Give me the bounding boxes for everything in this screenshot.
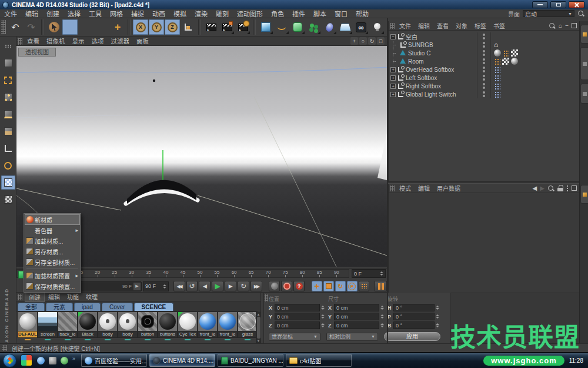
panel-grip[interactable] xyxy=(18,294,22,300)
menubar-item-15[interactable]: 窗口 xyxy=(330,9,352,18)
dots-blue-tag-icon[interactable] xyxy=(494,74,500,81)
coordinate-system-dropdown[interactable]: 世界坐标▼ xyxy=(269,333,320,341)
context-menu-item[interactable]: 保存材质预置... xyxy=(25,281,80,291)
points-mode-button[interactable] xyxy=(1,90,15,104)
uv-mode-button[interactable] xyxy=(1,193,15,207)
key-position-toggle[interactable] xyxy=(312,281,322,291)
material-tab-SCENCE[interactable]: SCENCE xyxy=(134,303,174,311)
make-editable-button[interactable] xyxy=(1,56,15,70)
panel-grip[interactable] xyxy=(390,23,395,29)
last-tool-button[interactable] xyxy=(110,19,125,35)
menubar-item-4[interactable]: 工具 xyxy=(85,9,106,18)
rotate-tool-button[interactable] xyxy=(94,19,109,35)
object-row[interactable]: +OverHead Softbox xyxy=(389,65,579,74)
floor-button[interactable] xyxy=(338,19,353,35)
range-end-field[interactable]: 90 F xyxy=(143,281,169,291)
timeline-scrubber[interactable] xyxy=(18,271,24,279)
frame-icon[interactable] xyxy=(572,185,577,191)
viewport-menu-item-4[interactable]: 过滤器 xyxy=(108,37,133,45)
material-item[interactable]: back_le xyxy=(58,311,78,340)
start-button[interactable] xyxy=(3,354,16,367)
material-thumbnail[interactable] xyxy=(18,311,38,331)
goto-start-button[interactable] xyxy=(173,281,185,291)
spinner-icon[interactable] xyxy=(380,314,384,319)
expand-toggle-icon[interactable]: − xyxy=(390,34,396,39)
material-thumbnail[interactable] xyxy=(138,311,158,331)
add-cube-button[interactable] xyxy=(258,19,273,35)
play-backwards-button[interactable] xyxy=(186,281,198,291)
spinner-icon[interactable] xyxy=(436,306,439,310)
coordinate-field[interactable]: 0 ° xyxy=(393,313,435,320)
play-forwards-button[interactable] xyxy=(212,281,223,291)
attribute-manager-menu-item-1[interactable]: 编辑 xyxy=(415,184,433,193)
light-button[interactable] xyxy=(369,19,385,35)
object-manager-menu-item-4[interactable]: 标签 xyxy=(471,21,490,30)
spinner-icon[interactable] xyxy=(163,284,166,289)
render-region-button[interactable] xyxy=(219,19,235,35)
prev-frame-button[interactable] xyxy=(199,281,211,291)
dots-blue-tag-icon[interactable] xyxy=(494,82,500,89)
sphere-tag-icon[interactable] xyxy=(511,58,518,65)
pan-view-icon[interactable]: + xyxy=(350,37,358,45)
scale-tool-button[interactable] xyxy=(78,19,93,35)
record-help-button[interactable] xyxy=(293,281,305,291)
menubar-item-12[interactable]: 角色 xyxy=(267,9,288,18)
visibility-dots[interactable] xyxy=(477,82,491,90)
visibility-dot-icon[interactable] xyxy=(483,62,485,64)
visibility-dot-icon[interactable] xyxy=(483,83,485,85)
camera-button[interactable] xyxy=(353,19,369,35)
menubar-item-8[interactable]: 模拟 xyxy=(169,9,191,18)
visibility-dots[interactable] xyxy=(477,90,491,98)
toggle-view-icon[interactable]: □ xyxy=(377,37,385,45)
home-icon[interactable]: ⌂ xyxy=(559,22,562,29)
material-manager-menu-item-1[interactable]: 编辑 xyxy=(45,292,64,302)
deformer-button[interactable] xyxy=(306,19,321,35)
visibility-dot-icon[interactable] xyxy=(483,45,485,48)
object-manager-menu-item-5[interactable]: 书签 xyxy=(490,21,509,30)
coordinate-field[interactable]: 0 cm xyxy=(334,313,379,320)
size-mode-dropdown[interactable]: 相对比例▼ xyxy=(326,333,378,341)
frame-icon[interactable] xyxy=(572,23,577,28)
material-tab-ipad[interactable]: ipad xyxy=(74,303,101,311)
key-rotation-toggle[interactable] xyxy=(335,281,346,291)
polygons-mode-button[interactable] xyxy=(1,124,15,138)
coordinate-field[interactable]: 0 ° xyxy=(393,321,435,329)
redo-button[interactable] xyxy=(24,19,39,35)
axis-mode-button[interactable] xyxy=(1,141,15,155)
visibility-dot-icon[interactable] xyxy=(483,75,485,77)
visibility-dot-icon[interactable] xyxy=(483,37,485,39)
object-row[interactable]: +Left Softbox xyxy=(389,74,579,82)
menubar-item-0[interactable]: 文件 xyxy=(0,9,21,18)
material-item[interactable]: body xyxy=(118,311,138,340)
dots-orange-tag-icon[interactable] xyxy=(503,49,509,57)
coordinate-field[interactable]: 0 cm xyxy=(275,304,320,311)
subdivision-surface-button[interactable] xyxy=(290,19,305,35)
viewport-menu-item-2[interactable]: 显示 xyxy=(69,37,88,45)
visibility-dot-icon[interactable] xyxy=(483,58,485,61)
context-menu-item[interactable]: 新材质 xyxy=(25,214,80,225)
material-tab-元素[interactable]: 元素 xyxy=(46,303,73,311)
history-back-icon[interactable]: ◀ xyxy=(533,185,537,191)
menubar-item-1[interactable]: 编辑 xyxy=(21,9,42,18)
visibility-dots[interactable] xyxy=(477,32,491,41)
view-label-badge[interactable]: 透视视图 xyxy=(18,48,56,57)
material-item[interactable]: buttons xyxy=(158,311,178,340)
material-manager-menu-item-0[interactable]: 创建 xyxy=(25,292,45,302)
live-selection-button[interactable] xyxy=(46,19,62,35)
object-manager-menu-item-0[interactable]: 文件 xyxy=(396,21,415,30)
material-manager-menu-item-2[interactable]: 功能 xyxy=(64,292,82,302)
goto-end-button[interactable] xyxy=(250,281,262,291)
quick-launch-icon[interactable] xyxy=(61,357,68,364)
menubar-item-9[interactable]: 渲染 xyxy=(191,9,212,18)
checker-tag-icon[interactable] xyxy=(511,49,518,57)
object-row[interactable]: +Global Light Switch xyxy=(389,90,579,98)
panel-grip[interactable] xyxy=(390,185,395,191)
key-parameter-toggle[interactable] xyxy=(347,281,358,291)
context-menu-item[interactable]: 加载材质预置▸ xyxy=(25,270,80,281)
material-thumbnail[interactable] xyxy=(98,311,118,331)
model-mode-button[interactable] xyxy=(1,73,15,87)
visibility-dot-icon[interactable] xyxy=(483,91,485,94)
spinner-icon[interactable] xyxy=(436,314,439,319)
material-thumbnail[interactable] xyxy=(78,311,98,331)
coordinate-field[interactable]: 0 ° xyxy=(393,304,435,311)
